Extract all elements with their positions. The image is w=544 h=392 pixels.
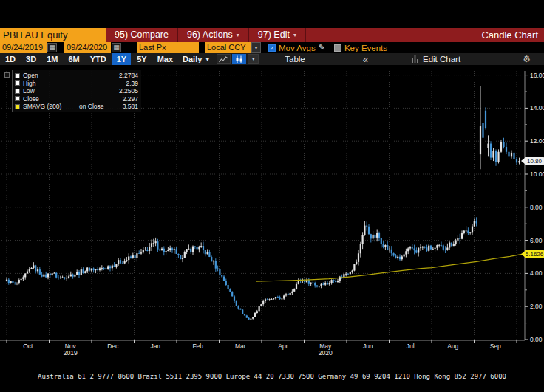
currency-dropdown-arrow[interactable]: ▾ [251, 42, 261, 53]
chart-legend: Open 2.2784 High 2.39 Low 2.2505 Close [4, 70, 141, 112]
candle-chart-mode-icon[interactable] [232, 54, 246, 64]
svg-text:2.00: 2.00 [530, 303, 543, 310]
compare-button[interactable]: 95) Compare [106, 28, 178, 42]
actions-button[interactable]: 96) Actions ▾ [178, 28, 249, 42]
legend-row-close[interactable]: Close 2.297 [15, 95, 138, 103]
svg-text:14.00: 14.00 [530, 104, 544, 111]
key-events-checkbox[interactable] [334, 44, 341, 52]
low-value: 2.2505 [119, 87, 138, 94]
chart-toolbar: 1D 3D 1M 6M YTD 1Y 5Y Max Daily ▼ ▾ Tabl… [0, 53, 544, 65]
legend-label: Low [23, 87, 79, 94]
table-button[interactable]: Table [285, 55, 305, 63]
svg-text:Jan: Jan [150, 343, 160, 350]
chevron-down-icon: ▾ [237, 28, 239, 42]
security-ticker-field[interactable]: PBH AU Equity [0, 28, 106, 42]
high-value: 2.39 [126, 80, 138, 87]
chevron-down-icon: ▼ [205, 57, 210, 62]
svg-text:Mar: Mar [235, 343, 246, 350]
svg-text:Sep: Sep [490, 343, 501, 350]
period-label: Daily [183, 55, 202, 63]
open-value: 2.2784 [119, 72, 138, 79]
command-bar-spacer [306, 28, 481, 42]
date-range-separator: - [57, 44, 64, 52]
close-value: 2.297 [123, 95, 138, 103]
svg-text:Oct: Oct [23, 343, 33, 350]
period-dropdown[interactable]: Daily ▼ [183, 55, 210, 63]
close-swatch [15, 96, 20, 101]
footer-phones-line1: Australia 61 2 9777 8600 Brazil 5511 239… [0, 374, 544, 381]
price-source-dropdown[interactable]: Last Px [137, 42, 199, 53]
legend-sub: on Close [79, 103, 123, 110]
legend-collapse-toggle[interactable] [4, 72, 10, 78]
svg-text:5.1626: 5.1626 [526, 251, 544, 258]
mini-bars-icon [411, 55, 419, 63]
range-3d-button[interactable]: 3D [21, 53, 41, 65]
currency-dropdown[interactable]: Local CCY [205, 42, 251, 53]
svg-text:2020: 2020 [319, 349, 333, 357]
smavg-value: 3.581 [123, 103, 138, 110]
legend-row-open[interactable]: Open 2.2784 [15, 72, 138, 80]
range-6m-button[interactable]: 6M [64, 53, 84, 65]
legend-label: Open [23, 72, 79, 79]
svg-text:0.00: 0.00 [530, 336, 543, 343]
svg-text:12.00: 12.00 [530, 137, 544, 145]
chart-function-title: Candle Chart [481, 28, 544, 42]
gear-icon[interactable]: ⚙ [523, 54, 531, 64]
actions-label: 96) Actions [187, 28, 233, 42]
edit-button[interactable]: 97) Edit ▾ [249, 28, 306, 42]
svg-text:10.80: 10.80 [527, 158, 543, 165]
command-bar: PBH AU Equity 95) Compare 96) Actions ▾ … [0, 28, 544, 42]
mov-avgs-checkbox[interactable]: ✓ [268, 44, 276, 52]
range-5y-button[interactable]: 5Y [132, 53, 151, 65]
svg-text:8.00: 8.00 [530, 204, 543, 211]
legend-row-low[interactable]: Low 2.2505 [15, 87, 138, 95]
edit-label: 97) Edit [258, 28, 290, 42]
calendar-icon[interactable]: ▦ [112, 43, 121, 52]
svg-text:Apr: Apr [278, 343, 288, 350]
svg-text:Feb: Feb [192, 343, 203, 350]
mov-avgs-label: Mov Avgs [279, 44, 316, 52]
range-1m-button[interactable]: 1M [42, 53, 62, 65]
range-1y-button[interactable]: 1Y [112, 53, 131, 65]
high-swatch [15, 80, 20, 86]
legend-row-high[interactable]: High 2.39 [15, 80, 138, 88]
edit-chart-label: Edit Chart [423, 55, 460, 63]
chevron-down-icon: ▾ [293, 28, 296, 42]
chart-type-dropdown-arrow[interactable]: ▾ [248, 54, 259, 64]
settings-bar: 09/24/2019 ▦ - 09/24/2020 ▦ Last Px Loca… [0, 42, 544, 53]
pencil-icon[interactable]: ✎ [319, 43, 325, 52]
range-ytd-button[interactable]: YTD [86, 53, 111, 65]
terminal-footer: Australia 61 2 9777 8600 Brazil 5511 239… [0, 360, 544, 392]
svg-text:6.00: 6.00 [530, 237, 543, 244]
legend-label: High [23, 80, 79, 87]
start-date-field[interactable]: 09/24/2019 [0, 42, 47, 53]
low-swatch [15, 89, 20, 94]
smavg-swatch [15, 104, 20, 109]
legend-box: Open 2.2784 High 2.39 Low 2.2505 Close [12, 70, 141, 112]
legend-label: Close [23, 95, 79, 103]
svg-text:2019: 2019 [64, 349, 78, 357]
svg-text:Aug: Aug [447, 343, 458, 350]
svg-text:Jun: Jun [363, 343, 373, 350]
range-1d-button[interactable]: 1D [1, 53, 20, 65]
edit-chart-button[interactable]: Edit Chart [411, 55, 460, 63]
calendar-icon[interactable]: ▦ [47, 43, 57, 52]
open-swatch [15, 73, 20, 78]
range-max-button[interactable]: Max [153, 53, 177, 65]
collapse-panel-button[interactable]: « [363, 54, 368, 65]
svg-text:16.00: 16.00 [530, 72, 544, 79]
svg-text:10.00: 10.00 [530, 171, 544, 178]
bloomberg-terminal-screen: 0.002.004.006.008.0010.0012.0014.0016.00… [0, 0, 544, 392]
legend-row-smavg[interactable]: SMAVG (200) on Close 3.581 [15, 103, 138, 111]
svg-text:Dec: Dec [107, 343, 119, 350]
svg-text:4.00: 4.00 [530, 269, 543, 277]
legend-label: SMAVG (200) [23, 103, 79, 110]
svg-text:Jul: Jul [407, 343, 415, 350]
key-events-label: Key Events [344, 44, 387, 52]
line-chart-mode-icon[interactable] [217, 54, 231, 64]
end-date-field[interactable]: 09/24/2020 [64, 42, 111, 53]
